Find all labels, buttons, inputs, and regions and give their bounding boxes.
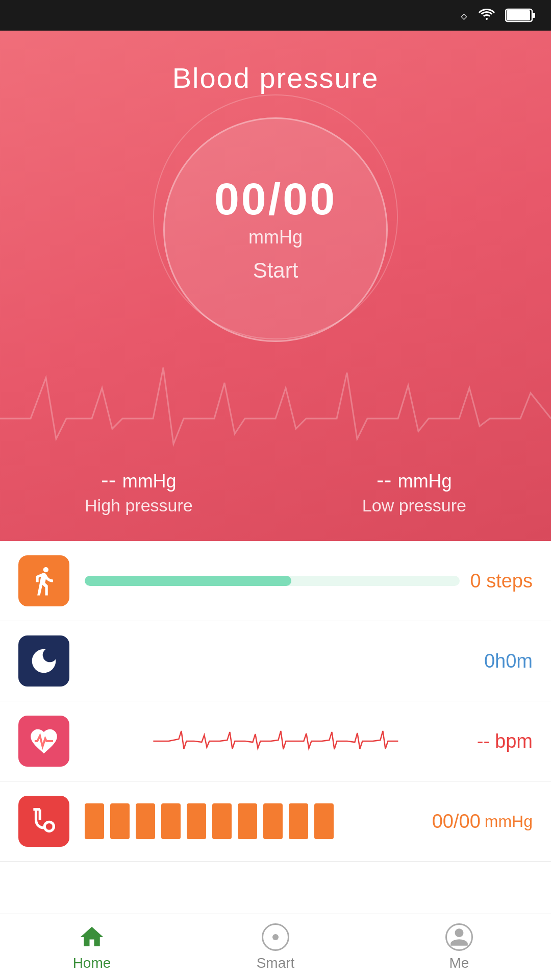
sleep-icon-bg — [18, 635, 69, 687]
bp-list-unit: mmHg — [485, 812, 533, 831]
nav-me[interactable]: Me — [367, 923, 551, 971]
bp-reading: 00/00 — [214, 177, 337, 222]
bp-bar-10 — [314, 803, 334, 839]
person-icon — [448, 926, 470, 948]
sleep-value: 0h0m — [484, 650, 533, 672]
low-unit: mmHg — [398, 471, 452, 492]
bp-list-item[interactable]: 00/00 mmHg — [0, 781, 551, 862]
bp-bar-4 — [161, 803, 181, 839]
svg-rect-3 — [36, 663, 43, 665]
bp-icon-bg — [18, 796, 69, 847]
heart-dash-value: -- — [477, 730, 490, 752]
sleep-icon — [28, 645, 60, 677]
bp-gauge[interactable]: 00/00 mmHg Start — [163, 117, 388, 342]
bp-bar-9 — [289, 803, 308, 839]
steps-content: 0 steps — [85, 570, 533, 592]
heart-unit: bpm — [495, 730, 533, 752]
bluetooth-icon: ⬦ — [460, 7, 468, 23]
ecg-background — [0, 337, 551, 459]
high-dash: -- — [101, 467, 116, 492]
bp-title: Blood pressure — [172, 61, 379, 94]
bp-bar-2 — [110, 803, 130, 839]
nav-home[interactable]: Home — [0, 923, 184, 971]
running-icon — [28, 565, 60, 597]
nav-smart-label: Smart — [257, 955, 295, 971]
svg-point-6 — [53, 825, 55, 828]
wifi-icon — [479, 7, 495, 24]
sleep-list-item[interactable]: 0h0m — [0, 621, 551, 701]
bp-bar-7 — [238, 803, 257, 839]
list-section: 0 steps 0h0m — [0, 541, 551, 933]
bp-bar-1 — [85, 803, 104, 839]
sleep-content: 0h0m — [85, 650, 533, 672]
svg-rect-2 — [507, 10, 530, 20]
heart-ecg-wrap — [85, 721, 467, 762]
heart-ecg-svg — [85, 721, 467, 762]
nav-me-label: Me — [449, 955, 469, 971]
home-icon — [78, 923, 106, 951]
high-unit: mmHg — [122, 471, 177, 492]
bp-bar-3 — [136, 803, 155, 839]
heart-icon-bg — [18, 716, 69, 767]
high-pressure-label: High pressure — [85, 496, 193, 516]
bp-section: Blood pressure 00/00 mmHg Start -- mmHg … — [0, 31, 551, 541]
bp-start-label[interactable]: Start — [253, 258, 298, 283]
bp-list-value: 00/00 — [432, 811, 481, 832]
svg-rect-1 — [532, 13, 535, 18]
high-pressure-stat: -- mmHg High pressure — [85, 467, 193, 516]
heart-content: -- bpm — [85, 721, 533, 762]
bp-list-content: 00/00 mmHg — [85, 803, 533, 839]
svg-point-5 — [44, 822, 54, 831]
smart-icon — [262, 923, 289, 951]
bp-stats: -- mmHg High pressure -- mmHg Low pressu… — [0, 467, 551, 516]
nav-smart[interactable]: Smart — [184, 923, 367, 971]
bp-bars-wrap — [85, 803, 422, 839]
low-dash: -- — [377, 467, 391, 492]
steps-value: 0 steps — [470, 570, 533, 592]
steps-progress-fill — [85, 576, 291, 586]
me-icon — [445, 923, 473, 951]
low-pressure-stat: -- mmHg Low pressure — [362, 467, 466, 516]
low-pressure-label: Low pressure — [362, 496, 466, 516]
low-pressure-value: -- mmHg — [377, 467, 452, 493]
stethoscope-icon — [28, 805, 60, 837]
high-pressure-value: -- mmHg — [101, 467, 177, 493]
bp-unit: mmHg — [248, 227, 303, 248]
bp-bar-5 — [187, 803, 206, 839]
nav-home-label: Home — [73, 955, 111, 971]
steps-icon-bg — [18, 555, 69, 606]
circle-outer[interactable]: 00/00 mmHg Start — [153, 94, 398, 339]
bottom-nav: Home Smart Me — [0, 914, 551, 980]
battery-icon — [505, 8, 536, 23]
svg-rect-4 — [36, 666, 47, 669]
bp-bar-8 — [263, 803, 283, 839]
steps-progress-bar — [85, 576, 460, 586]
bp-bar-6 — [212, 803, 232, 839]
status-bar: ⬦ — [0, 0, 551, 31]
smart-dot — [272, 934, 279, 940]
heart-rate-icon — [28, 725, 60, 757]
steps-list-item[interactable]: 0 steps — [0, 541, 551, 621]
heart-list-item[interactable]: -- bpm — [0, 701, 551, 781]
